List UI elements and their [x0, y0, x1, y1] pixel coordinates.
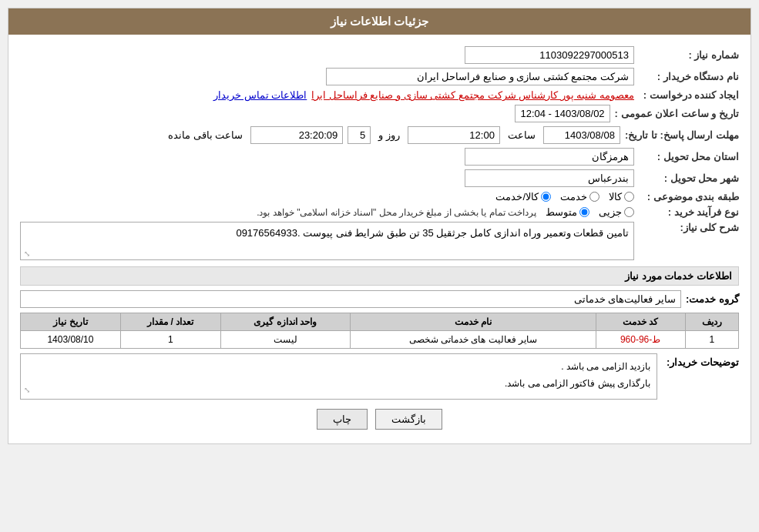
- order-number-row: شماره نیاز : 1103092297000513: [20, 46, 739, 64]
- cell-name: سایر فعالیت های خدماتی شخصی: [350, 331, 596, 349]
- province-row: استان محل تحویل : هرمزگان: [20, 148, 739, 166]
- resize-handle[interactable]: ⤡: [24, 249, 30, 258]
- category-radio-group: کالا خدمت کالا/خدمت: [495, 191, 634, 202]
- category-khedmat-label: خدمت: [560, 191, 587, 202]
- category-kala-khedmat-radio[interactable]: [541, 192, 551, 202]
- table-row: 1ط-96-960سایر فعالیت های خدماتی شخصیلیست…: [21, 331, 739, 349]
- cell-unit: لیست: [220, 331, 350, 349]
- description-value: تامین قطعات وتعمیر وراه اندازی کامل جرثق…: [236, 227, 629, 239]
- buyer-name-row: نام دستگاه خریدار : شرکت مجتمع کشتی سازی…: [20, 68, 739, 85]
- purchase-label: نوع فرآیند خرید :: [639, 206, 739, 218]
- category-khedmat-option[interactable]: خدمت: [560, 191, 599, 202]
- services-section-title: اطلاعات خدمات مورد نیاز: [20, 266, 739, 286]
- province-label: استان محل تحویل :: [639, 151, 739, 162]
- notes-box: بازدید الزامی می باشد . بارگذاری پیش فاک…: [20, 353, 657, 400]
- main-container: جزئیات اطلاعات نیاز شماره نیاز : 1103092…: [8, 8, 751, 444]
- category-row: طبقه بندی موضوعی : کالا خدمت کالا/خدمت: [20, 191, 739, 202]
- creator-contact-link[interactable]: اطلاعات تماس خریدار: [213, 89, 307, 101]
- purchase-mutawaset-option[interactable]: متوسط: [546, 206, 589, 218]
- cell-date: 1403/08/10: [21, 331, 121, 349]
- cell-qty: 1: [120, 331, 220, 349]
- purchase-jazei-label: جزیی: [599, 206, 622, 218]
- province-value: هرمزگان: [465, 148, 634, 166]
- reply-date-label: مهلت ارسال پاسخ: تا تاریخ:: [625, 129, 739, 141]
- description-box: تامین قطعات وتعمیر وراه اندازی کامل جرثق…: [20, 222, 634, 260]
- service-group-row: گروه خدمت: سایر فعالیت‌های خدماتی: [20, 290, 739, 308]
- purchase-desc: پرداخت تمام یا بخشی از مبلغ خریدار محل "…: [257, 207, 536, 218]
- category-label: طبقه بندی موضوعی :: [639, 191, 739, 202]
- order-number-label: شماره نیاز :: [639, 49, 739, 61]
- buyer-name-value: شرکت مجتمع کشتی سازی و صنایع فراساحل ایر…: [326, 68, 634, 85]
- purchase-radio-group: جزیی متوسط پرداخت تمام یا بخشی از مبلغ خ…: [257, 206, 634, 218]
- purchase-mutawaset-radio[interactable]: [579, 207, 589, 217]
- category-kala-khedmat-label: کالا/خدمت: [495, 191, 539, 202]
- category-kala-label: کالا: [609, 191, 622, 202]
- col-header-code: کد خدمت: [596, 313, 685, 331]
- cell-rownum: 1: [685, 331, 738, 349]
- reply-time-value: 12:00: [408, 126, 500, 144]
- category-khedmat-radio[interactable]: [589, 192, 599, 202]
- reply-days-value: 5: [348, 126, 371, 144]
- order-number-value: 1103092297000513: [465, 46, 634, 64]
- cell-code: ط-96-960: [596, 331, 685, 349]
- description-label: شرح کلی نیاز:: [639, 222, 739, 233]
- col-header-unit: واحد اندازه گیری: [220, 313, 350, 331]
- reply-date-value: 1403/08/08: [543, 126, 620, 144]
- date-row: تاریخ و ساعت اعلان عمومی : 1403/08/02 - …: [20, 105, 739, 122]
- category-kala-radio[interactable]: [624, 192, 634, 202]
- notes-row: توضیحات خریدار: بازدید الزامی می باشد . …: [20, 353, 739, 400]
- city-value: بندرعباس: [465, 169, 634, 187]
- purchase-jazei-radio[interactable]: [624, 207, 634, 217]
- reply-remaining-value: 23:20:09: [250, 126, 343, 144]
- page-title: جزئیات اطلاعات نیاز: [8, 8, 751, 35]
- category-kala-khedmat-option[interactable]: کالا/خدمت: [495, 191, 551, 202]
- purchase-mutawaset-label: متوسط: [546, 206, 577, 218]
- date-value: 1403/08/02 - 12:04: [515, 105, 610, 122]
- reply-days-label: روز و: [378, 129, 400, 141]
- creator-row: ایجاد کننده درخواست : معصومه شنبه پور کا…: [20, 89, 739, 101]
- category-kala-option[interactable]: کالا: [609, 191, 634, 202]
- back-button[interactable]: بازگشت: [375, 409, 442, 430]
- content-area: شماره نیاز : 1103092297000513 نام دستگاه…: [8, 35, 751, 443]
- notes-resize-handle[interactable]: ⤡: [24, 383, 30, 397]
- col-header-rownum: ردیف: [685, 313, 738, 331]
- print-button[interactable]: چاپ: [317, 409, 368, 430]
- purchase-jazei-option[interactable]: جزیی: [599, 206, 634, 218]
- reply-date-row: مهلت ارسال پاسخ: تا تاریخ: 1403/08/08 سا…: [20, 126, 739, 144]
- col-header-date: تاریخ نیاز: [21, 313, 121, 331]
- reply-remaining-label: ساعت باقی مانده: [168, 129, 243, 141]
- page-wrapper: جزئیات اطلاعات نیاز شماره نیاز : 1103092…: [0, 0, 759, 532]
- col-header-qty: تعداد / مقدار: [120, 313, 220, 331]
- notes-line2: بارگذاری پیش فاکتور الزامی می باشد.: [27, 376, 650, 393]
- description-row: شرح کلی نیاز: تامین قطعات وتعمیر وراه ان…: [20, 222, 739, 260]
- notes-line1: بازدید الزامی می باشد .: [27, 359, 650, 376]
- date-label: تاریخ و ساعت اعلان عمومی :: [615, 108, 739, 119]
- service-table: ردیف کد خدمت نام خدمت واحد اندازه گیری ت…: [20, 313, 739, 349]
- service-group-value: سایر فعالیت‌های خدماتی: [20, 290, 681, 308]
- col-header-name: نام خدمت: [350, 313, 596, 331]
- service-group-label: گروه خدمت:: [686, 293, 739, 305]
- notes-label: توضیحات خریدار:: [662, 353, 739, 368]
- city-row: شهر محل تحویل : بندرعباس: [20, 169, 739, 187]
- buyer-name-label: نام دستگاه خریدار :: [639, 71, 739, 82]
- button-row: بازگشت چاپ: [20, 409, 739, 430]
- reply-time-label: ساعت: [508, 129, 536, 141]
- creator-name[interactable]: معصومه شنبه پور کارشناس شرکت مجتمع کشتی …: [311, 89, 634, 101]
- creator-label: ایجاد کننده درخواست :: [639, 89, 739, 101]
- purchase-row: نوع فرآیند خرید : جزیی متوسط پرداخت تمام…: [20, 206, 739, 218]
- city-label: شهر محل تحویل :: [639, 172, 739, 184]
